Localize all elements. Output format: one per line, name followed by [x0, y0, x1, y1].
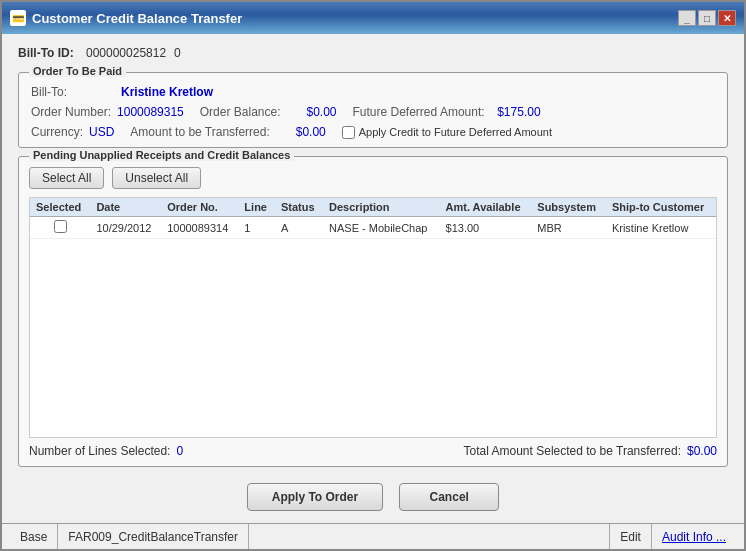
col-status: Status: [275, 198, 323, 217]
cell-status: A: [275, 217, 323, 239]
cell-ship-to-customer: Kristine Kretlow: [606, 217, 716, 239]
total-amount-value: $0.00: [687, 444, 717, 458]
col-date: Date: [90, 198, 161, 217]
status-spacer: [249, 524, 610, 549]
amount-transferred-value: $0.00: [276, 125, 326, 139]
cell-description: NASE - MobileChap: [323, 217, 440, 239]
main-window: 💳 Customer Credit Balance Transfer _ □ ✕…: [0, 0, 746, 551]
order-balance-group: Order Balance: $0.00: [200, 105, 337, 119]
apply-credit-row: Apply Credit to Future Deferred Amount: [342, 126, 552, 139]
bill-to-id-value: 000000025812: [86, 46, 166, 60]
pending-inner: Select All Unselect All Selected Date Or…: [19, 157, 727, 466]
order-number-value: 1000089315: [117, 105, 184, 119]
close-button[interactable]: ✕: [718, 10, 736, 26]
title-bar: 💳 Customer Credit Balance Transfer _ □ ✕: [2, 2, 744, 34]
apply-to-order-button[interactable]: Apply To Order: [247, 483, 383, 511]
order-details-row1: Order Number: 1000089315 Order Balance: …: [31, 105, 715, 119]
unselect-all-button[interactable]: Unselect All: [112, 167, 201, 189]
col-description: Description: [323, 198, 440, 217]
future-deferred-value: $175.00: [491, 105, 541, 119]
cell-order-no: 1000089314: [161, 217, 238, 239]
select-all-button[interactable]: Select All: [29, 167, 104, 189]
bill-to-id-row: Bill-To ID: 000000025812 0: [18, 46, 728, 60]
apply-credit-label: Apply Credit to Future Deferred Amount: [359, 126, 552, 138]
order-balance-value: $0.00: [287, 105, 337, 119]
cell-line: 1: [238, 217, 275, 239]
cell-subsystem: MBR: [531, 217, 606, 239]
bill-to-row: Bill-To: Kristine Kretlow: [31, 85, 715, 99]
total-amount-label: Total Amount Selected to be Transferred:: [464, 444, 681, 458]
table-body: 10/29/2012 1000089314 1 A NASE - MobileC…: [30, 217, 716, 239]
currency-label: Currency:: [31, 125, 83, 139]
amount-transferred-label: Amount to be Transferred:: [130, 125, 269, 139]
col-selected: Selected: [30, 198, 90, 217]
col-amt-available: Amt. Available: [440, 198, 532, 217]
bill-to-value: Kristine Kretlow: [121, 85, 213, 99]
pending-section-title: Pending Unapplied Receipts and Credit Ba…: [29, 149, 294, 161]
status-bar: Base FAR009_CreditBalanceTransfer Edit A…: [2, 523, 744, 549]
col-line: Line: [238, 198, 275, 217]
window-icon: 💳: [10, 10, 26, 26]
currency-group: Currency: USD: [31, 125, 114, 139]
pending-table-container[interactable]: Selected Date Order No. Line Status Desc…: [29, 197, 717, 438]
order-section: Order To Be Paid Bill-To: Kristine Kretl…: [18, 72, 728, 148]
bottom-buttons: Apply To Order Cancel: [18, 483, 728, 511]
bill-to-id-suffix: 0: [174, 46, 181, 60]
future-deferred-label: Future Deferred Amount:: [353, 105, 485, 119]
status-form-name: FAR009_CreditBalanceTransfer: [58, 524, 249, 549]
window-title: Customer Credit Balance Transfer: [32, 11, 242, 26]
future-deferred-group: Future Deferred Amount: $175.00: [353, 105, 541, 119]
bill-to-label: Bill-To:: [31, 85, 121, 99]
apply-credit-checkbox[interactable]: [342, 126, 355, 139]
status-audit-info[interactable]: Audit Info ...: [652, 524, 736, 549]
col-subsystem: Subsystem: [531, 198, 606, 217]
cell-date: 10/29/2012: [90, 217, 161, 239]
cancel-button[interactable]: Cancel: [399, 483, 499, 511]
bill-to-id-label: Bill-To ID:: [18, 46, 78, 60]
order-number-group: Order Number: 1000089315: [31, 105, 184, 119]
order-balance-label: Order Balance:: [200, 105, 281, 119]
col-order-no: Order No.: [161, 198, 238, 217]
order-details-row2: Currency: USD Amount to be Transferred: …: [31, 125, 715, 139]
status-mode: Edit: [610, 524, 652, 549]
total-amount-group: Total Amount Selected to be Transferred:…: [464, 444, 718, 458]
order-section-title: Order To Be Paid: [29, 65, 126, 77]
table-row: 10/29/2012 1000089314 1 A NASE - MobileC…: [30, 217, 716, 239]
main-content: Bill-To ID: 000000025812 0 Order To Be P…: [2, 34, 744, 523]
minimize-button[interactable]: _: [678, 10, 696, 26]
pending-section: Pending Unapplied Receipts and Credit Ba…: [18, 156, 728, 467]
currency-value: USD: [89, 125, 114, 139]
table-header: Selected Date Order No. Line Status Desc…: [30, 198, 716, 217]
cell-selected[interactable]: [30, 217, 90, 239]
lines-selected-group: Number of Lines Selected: 0: [29, 444, 183, 458]
summary-row: Number of Lines Selected: 0 Total Amount…: [29, 444, 717, 458]
pending-table: Selected Date Order No. Line Status Desc…: [30, 198, 716, 239]
maximize-button[interactable]: □: [698, 10, 716, 26]
order-number-label: Order Number:: [31, 105, 111, 119]
col-ship-to-customer: Ship-to Customer: [606, 198, 716, 217]
cell-amt-available: $13.00: [440, 217, 532, 239]
lines-selected-value: 0: [176, 444, 183, 458]
lines-selected-label: Number of Lines Selected:: [29, 444, 170, 458]
amount-transferred-group: Amount to be Transferred: $0.00: [130, 125, 325, 139]
row-checkbox[interactable]: [54, 220, 67, 233]
pending-btn-row: Select All Unselect All: [29, 167, 717, 189]
status-base: Base: [10, 524, 58, 549]
